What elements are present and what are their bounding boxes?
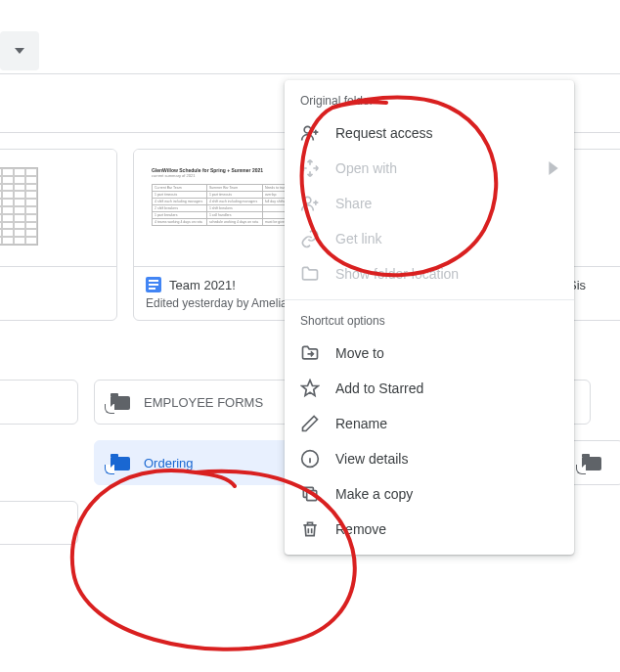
menu-label: Remove [335, 521, 558, 537]
menu-label: Move to [335, 345, 558, 361]
menu-add-starred[interactable]: Add to Starred [285, 371, 574, 406]
menu-rename[interactable]: Rename [285, 406, 574, 441]
menu-get-link: Get link [285, 221, 574, 256]
folder-chip[interactable]: d [0, 380, 78, 425]
menu-label: Get link [335, 231, 558, 246]
google-doc-icon [146, 277, 161, 292]
file-card[interactable]: Tracker Cindy Ra... [0, 149, 117, 321]
folder-label: EMPLOYEE FORMS [144, 395, 263, 410]
info-icon [300, 449, 320, 469]
svg-point-0 [304, 126, 311, 133]
menu-label: Rename [335, 416, 558, 431]
menu-label: Open with [335, 160, 533, 176]
menu-remove[interactable]: Remove [285, 512, 574, 547]
copy-icon [300, 484, 320, 504]
shortcut-folder-icon [111, 455, 130, 470]
menu-label: Make a copy [335, 486, 558, 502]
folder-label: Ordering [144, 456, 194, 470]
menu-section-header: Shortcut options [285, 308, 574, 336]
menu-share: Share [285, 186, 574, 221]
person-add-icon [300, 123, 320, 143]
svg-point-1 [304, 197, 311, 203]
menu-view-details[interactable]: View details [285, 441, 574, 476]
menu-make-copy[interactable]: Make a copy [285, 476, 574, 512]
menu-divider [285, 299, 574, 300]
context-menu: Original folder Request access Open with… [285, 80, 574, 555]
menu-label: Request access [335, 125, 558, 141]
menu-request-access[interactable]: Request access [285, 115, 574, 151]
folder-icon [300, 264, 320, 284]
menu-show-location: Show folder location [285, 256, 574, 291]
menu-section-header: Original folder [285, 88, 574, 115]
menu-label: Add to Starred [335, 381, 558, 396]
shortcut-folder-icon [582, 455, 601, 470]
move-to-icon [300, 343, 320, 363]
file-thumbnail [0, 150, 116, 267]
menu-label: Show folder location [335, 266, 558, 282]
menu-open-with: Open with [285, 151, 574, 186]
share-icon [300, 194, 320, 213]
menu-label: View details [335, 451, 558, 467]
folder-chip[interactable]: ocuments [0, 501, 78, 545]
pencil-icon [300, 414, 320, 433]
chevron-right-icon [549, 161, 558, 175]
link-icon [300, 229, 320, 248]
svg-rect-3 [307, 491, 317, 501]
menu-label: Share [335, 196, 558, 211]
star-icon [300, 379, 320, 398]
menu-move-to[interactable]: Move to [285, 336, 574, 371]
file-title: Team 2021! [169, 278, 236, 292]
file-subtitle: Cindy Ra... [0, 295, 105, 309]
open-with-icon [300, 158, 320, 178]
toolbar-dropdown-button[interactable] [0, 31, 39, 70]
trash-icon [300, 519, 320, 539]
caret-down-icon [15, 48, 24, 54]
shortcut-folder-icon [111, 394, 130, 410]
